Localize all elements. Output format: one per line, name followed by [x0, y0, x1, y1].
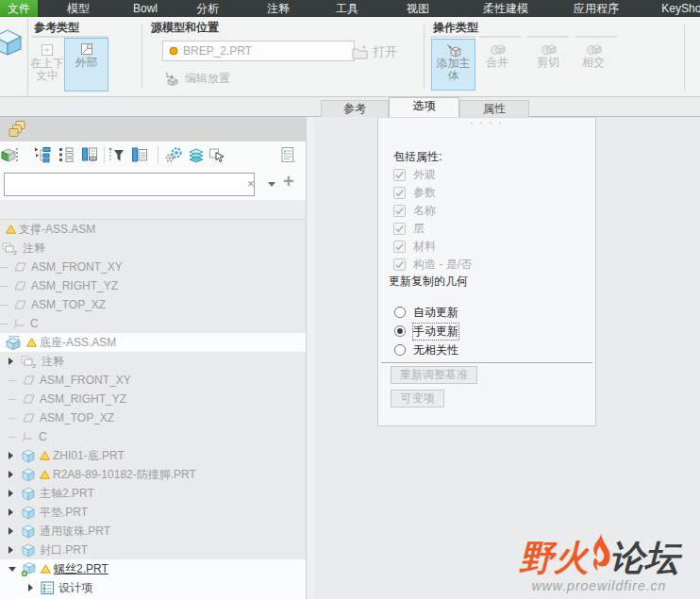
more-dots-icon[interactable]	[13, 146, 32, 165]
checkbox-checked-icon	[393, 223, 406, 235]
source-model-field[interactable]: BREP_2.PRT	[162, 41, 355, 61]
tree-row[interactable]: ASM_FRONT_XY	[0, 258, 306, 276]
update-radio-row[interactable]: 自动更新	[393, 303, 458, 322]
dashboard-tab-3[interactable]: 属性	[459, 100, 529, 117]
in-context-button[interactable]: 在上下 文中	[31, 40, 63, 91]
tree-row[interactable]: z注释	[0, 239, 306, 258]
tree-row[interactable]: z注释	[0, 352, 306, 371]
expand-caret-icon[interactable]	[8, 471, 21, 478]
tree-scrollbar[interactable]	[306, 117, 315, 599]
expand-all-icon[interactable]	[34, 146, 53, 165]
menu-tab-9[interactable]: 应用程序	[566, 0, 626, 17]
tree-item-label: ZHI01-底.PRT	[53, 448, 125, 464]
filter-icon[interactable]	[108, 146, 126, 165]
expand-caret-icon[interactable]	[8, 508, 21, 516]
tree-columns-icon[interactable]	[81, 146, 100, 165]
readjust-datum-button[interactable]: 重新调整基准	[391, 366, 477, 384]
tree-row[interactable]: 平垫.PRT	[0, 503, 306, 522]
menu-tab-5[interactable]: 注释	[259, 0, 297, 17]
tree-item-label: 主轴2.PRT	[40, 486, 94, 502]
tree-row[interactable]: R2A8-89-10182-防撞脚.PRT	[0, 465, 306, 484]
update-radio-row[interactable]: 手动更新	[393, 322, 458, 341]
tree-row[interactable]: C	[0, 427, 306, 446]
layers-icon[interactable]	[188, 146, 207, 165]
variable-items-button[interactable]: 可变项	[391, 390, 444, 408]
expand-caret-icon[interactable]	[8, 452, 21, 459]
tree-row[interactable]: 主轴2.PRT	[0, 484, 306, 503]
tree-row[interactable]: ASM_FRONT_XY	[0, 371, 306, 390]
menu-tab-3[interactable]: Bowl	[125, 0, 166, 17]
menu-tab-8[interactable]: 柔性建模	[472, 0, 540, 17]
group-divider	[479, 36, 521, 38]
annotation-icon: z	[2, 241, 19, 256]
menu-tab-6[interactable]: 工具	[328, 0, 366, 17]
tree-settings-icon[interactable]	[131, 146, 150, 165]
expand-caret-icon[interactable]	[8, 527, 21, 535]
tree-row[interactable]: 通用玻珠.PRT	[0, 522, 306, 541]
watermark: 野火 论坛 www.proewildfire.cn	[500, 528, 698, 593]
source-model-value: BREP_2.PRT	[183, 44, 252, 58]
checkbox-label: 材料	[413, 239, 436, 255]
gears-icon[interactable]	[165, 146, 184, 165]
expand-caret-icon[interactable]	[8, 358, 21, 365]
menu-tab-10[interactable]: KeyShot	[660, 0, 700, 17]
tree-row[interactable]: ASM_RIGHT_YZ	[0, 276, 306, 295]
tree-row[interactable]: 设计项	[0, 578, 306, 597]
update-radio-row[interactable]: 无相关性	[393, 341, 458, 359]
dashboard-tab-row: 参考选项属性	[0, 97, 700, 117]
panel-drag-handle[interactable]: · · · ·	[378, 119, 595, 128]
menu-tab-7[interactable]: 视图	[399, 0, 437, 17]
add-body-icon	[445, 42, 462, 58]
tree-row[interactable]: C	[0, 314, 306, 333]
tree-row[interactable]: 封口.PRT	[0, 541, 306, 559]
tree-row[interactable]: 螺丝2.PRT	[0, 559, 306, 578]
tree-row[interactable]: 支撑-ASS.ASM	[0, 220, 306, 239]
tree-row[interactable]: 底座-ASS.ASM	[0, 333, 306, 352]
property-checkbox-row: 层	[393, 220, 472, 238]
tree-row[interactable]: ZHI01-底.PRT	[0, 446, 306, 465]
open-button[interactable]: 打开	[351, 42, 397, 62]
model-dot-icon	[169, 46, 178, 56]
tree-item-label: ASM_RIGHT_YZ	[31, 279, 118, 292]
tree-row[interactable]: ASM_RIGHT_YZ	[0, 390, 306, 408]
tree-row[interactable]: ASM_TOP_XZ	[0, 295, 306, 314]
expand-caret-icon[interactable]	[8, 490, 21, 497]
intersect-button[interactable]: 相交	[573, 39, 614, 89]
collapse-caret-icon[interactable]	[8, 567, 21, 572]
radio-icon[interactable]	[393, 343, 407, 357]
part-icon	[21, 524, 36, 539]
menu-tab-2[interactable]: 模型	[59, 0, 97, 17]
dashboard-tab-1[interactable]: 参考	[321, 100, 389, 117]
folder-open-icon	[351, 44, 369, 60]
property-checkbox-row: 材料	[393, 238, 472, 256]
menu-tab-1[interactable]: 文件	[0, 0, 38, 17]
search-dropdown-icon[interactable]	[268, 182, 275, 187]
tree-branch-line	[0, 305, 12, 306]
menu-tab-4[interactable]: 分析	[189, 0, 226, 17]
checkbox-checked-icon	[393, 205, 406, 217]
search-clear-icon[interactable]: ×	[247, 176, 255, 191]
select-mode-icon[interactable]	[208, 146, 227, 165]
search-add-icon[interactable]: +	[283, 171, 294, 192]
cut-button[interactable]: 剪切	[527, 39, 569, 89]
radio-selected-icon[interactable]	[393, 324, 407, 338]
edit-placement-button[interactable]: 编辑放置	[164, 69, 230, 88]
collapse-all-icon[interactable]	[58, 146, 76, 165]
merge-button[interactable]: 合并	[476, 39, 518, 89]
tree-item-label: 底座-ASS.ASM	[40, 335, 116, 351]
tree-search-input[interactable]	[4, 173, 255, 196]
dashboard-tab-2[interactable]: 选项	[389, 97, 459, 117]
add-body-button[interactable]: 添加主 体	[431, 39, 475, 91]
radio-icon[interactable]	[393, 306, 407, 319]
external-button[interactable]: 外部	[64, 38, 108, 92]
radio-label[interactable]: 手动更新	[413, 324, 458, 340]
radio-label[interactable]: 自动更新	[413, 305, 458, 321]
expand-caret-icon[interactable]	[28, 584, 41, 591]
radio-label[interactable]: 无相关性	[413, 342, 458, 358]
info-doc-icon[interactable]	[279, 146, 298, 165]
warning-triangle-icon	[40, 451, 50, 460]
tree-item-label: 支撑-ASS.ASM	[19, 222, 95, 238]
include-properties-label: 包括属性:	[393, 149, 442, 165]
tree-row[interactable]: ASM_TOP_XZ	[0, 408, 306, 427]
expand-caret-icon[interactable]	[8, 546, 21, 554]
